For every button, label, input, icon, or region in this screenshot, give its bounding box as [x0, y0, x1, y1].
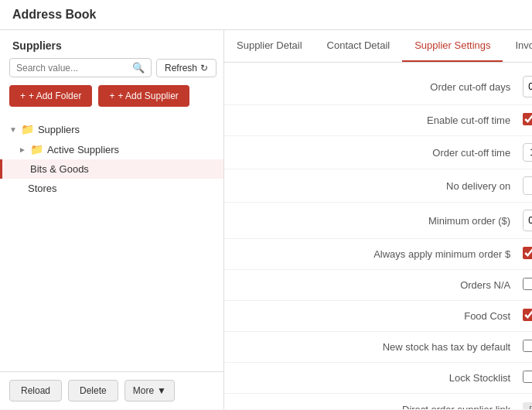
tabs-bar: Supplier Detail Contact Detail Supplier … — [224, 30, 532, 63]
checkbox-new-stock-tax[interactable] — [523, 340, 532, 352]
label-lock-stocklist: Lock Stocklist — [240, 372, 523, 384]
add-folder-label: + Add Folder — [29, 91, 81, 101]
reload-label: Reload — [21, 385, 50, 396]
input-order-cutoff-days[interactable] — [523, 78, 532, 95]
chevron-right-icon: ► — [19, 145, 26, 154]
checkbox-food-cost[interactable] — [523, 309, 532, 321]
checkbox-orders-na[interactable] — [523, 278, 532, 290]
label-order-cutoff-time: Order cut-off time — [240, 147, 523, 159]
reload-button[interactable]: Reload — [9, 380, 62, 401]
row-enable-cutoff-time: Enable cut-off time — [224, 105, 532, 136]
label-food-cost: Food Cost — [240, 310, 523, 322]
add-folder-icon: + — [20, 91, 26, 101]
label-always-apply-min: Always apply minimum order $ — [240, 248, 523, 260]
folder-icon: 📁 — [21, 123, 34, 135]
checkbox-lock-stocklist[interactable] — [523, 371, 532, 383]
input-no-delivery-on[interactable] — [523, 176, 532, 195]
checkbox-enable-cutoff-time[interactable] — [523, 113, 532, 125]
add-folder-button[interactable]: + + Add Folder — [9, 85, 92, 107]
delete-button[interactable]: Delete — [68, 380, 118, 401]
control-minimum-order: ▲ ▼ — [523, 210, 532, 231]
tree-item-stores[interactable]: Stores — [0, 179, 223, 198]
add-supplier-icon: + — [109, 91, 114, 101]
app-header: Address Book — [0, 0, 532, 30]
label-no-delivery-on: No delivery on — [240, 180, 523, 192]
control-direct-order-link: [No link] — [523, 404, 532, 410]
label-new-stock-tax: New stock has tax by default — [240, 341, 523, 353]
search-input[interactable] — [16, 63, 132, 73]
tree-item-active-suppliers[interactable]: ► 📁 Active Suppliers — [0, 139, 223, 159]
control-order-cutoff-time: 13:30 08:00 12:00 — [523, 143, 532, 162]
search-input-wrap: 🔍 — [9, 58, 152, 77]
row-order-cutoff-days: Order cut-off days ▲ ▼ — [224, 69, 532, 105]
label-minimum-order: Minimum order ($) — [240, 215, 523, 227]
tab-invoice-ripper-label: Invoice Ripper Settings — [515, 39, 532, 51]
control-orders-na — [523, 278, 532, 292]
tab-supplier-settings[interactable]: Supplier Settings — [402, 30, 503, 62]
row-always-apply-min: Always apply minimum order $ — [224, 239, 532, 270]
tree-label-suppliers: Suppliers — [38, 124, 80, 135]
delete-label: Delete — [80, 385, 107, 396]
input-minimum-order[interactable] — [523, 212, 532, 229]
row-minimum-order: Minimum order ($) ▲ ▼ — [224, 203, 532, 239]
chevron-down-icon: ▼ — [157, 385, 166, 396]
more-label: More — [133, 385, 154, 396]
tree-label-bits-goods: Bits & Goods — [30, 163, 89, 175]
refresh-label: Refresh — [165, 63, 197, 73]
control-no-delivery-on — [523, 176, 532, 195]
search-icon-button[interactable]: 🔍 — [132, 62, 145, 73]
folder-icon: 📁 — [30, 143, 43, 155]
row-new-stock-tax: New stock has tax by default — [224, 332, 532, 363]
more-button[interactable]: More ▼ — [124, 380, 175, 401]
control-food-cost — [523, 309, 532, 323]
control-enable-cutoff-time — [523, 113, 532, 128]
row-lock-stocklist: Lock Stocklist — [224, 363, 532, 394]
add-supplier-button[interactable]: + + Add Supplier — [98, 85, 189, 107]
tree-item-suppliers[interactable]: ▼ 📁 Suppliers — [0, 119, 223, 139]
label-orders-na: Orders N/A — [240, 279, 523, 291]
no-link-tag: [No link] — [523, 402, 532, 410]
label-enable-cutoff-time: Enable cut-off time — [240, 114, 523, 126]
app-title: Address Book — [12, 8, 96, 21]
refresh-icon: ↻ — [200, 63, 208, 73]
tab-supplier-detail-label: Supplier Detail — [237, 39, 302, 51]
tab-contact-detail-label: Contact Detail — [327, 39, 390, 51]
tab-supplier-detail[interactable]: Supplier Detail — [224, 30, 315, 62]
control-always-apply-min — [523, 247, 532, 261]
action-buttons: + + Add Folder + + Add Supplier — [0, 85, 223, 116]
add-supplier-label: + Add Supplier — [118, 91, 178, 101]
row-order-cutoff-time: Order cut-off time 13:30 08:00 12:00 — [224, 136, 532, 169]
sidebar-footer: Reload Delete More ▼ — [0, 371, 223, 409]
sidebar-title: Suppliers — [0, 30, 223, 58]
tab-supplier-settings-label: Supplier Settings — [414, 39, 490, 51]
checkbox-always-apply-min[interactable] — [523, 247, 532, 259]
refresh-button[interactable]: Refresh ↻ — [156, 59, 217, 77]
tab-invoice-ripper[interactable]: Invoice Ripper Settings — [503, 30, 532, 62]
search-bar: 🔍 Refresh ↻ — [0, 58, 223, 85]
control-order-cutoff-days: ▲ ▼ — [523, 76, 532, 97]
main-content: Supplier Detail Contact Detail Supplier … — [224, 30, 532, 409]
chevron-down-icon: ▼ — [9, 125, 17, 134]
sidebar: Suppliers 🔍 Refresh ↻ + + Add Folder + +… — [0, 30, 224, 409]
tab-contact-detail[interactable]: Contact Detail — [315, 30, 403, 62]
tree-label-stores: Stores — [28, 183, 57, 194]
select-order-cutoff-time[interactable]: 13:30 08:00 12:00 — [523, 143, 532, 162]
tree-area: ▼ 📁 Suppliers ► 📁 Active Suppliers Bits … — [0, 116, 223, 371]
control-lock-stocklist — [523, 371, 532, 385]
row-food-cost: Food Cost — [224, 301, 532, 332]
control-new-stock-tax — [523, 340, 532, 354]
row-orders-na: Orders N/A — [224, 270, 532, 301]
label-order-cutoff-days: Order cut-off days — [240, 81, 523, 93]
tree-label-active-suppliers: Active Suppliers — [47, 144, 119, 155]
label-direct-order-link: Direct order supplier link — [240, 404, 523, 410]
row-direct-order-link: Direct order supplier link [No link] — [224, 394, 532, 409]
row-no-delivery-on: No delivery on — [224, 169, 532, 203]
tree-item-bits-goods[interactable]: Bits & Goods — [0, 159, 223, 179]
settings-area: Order cut-off days ▲ ▼ Enable cut-off ti… — [224, 63, 532, 409]
